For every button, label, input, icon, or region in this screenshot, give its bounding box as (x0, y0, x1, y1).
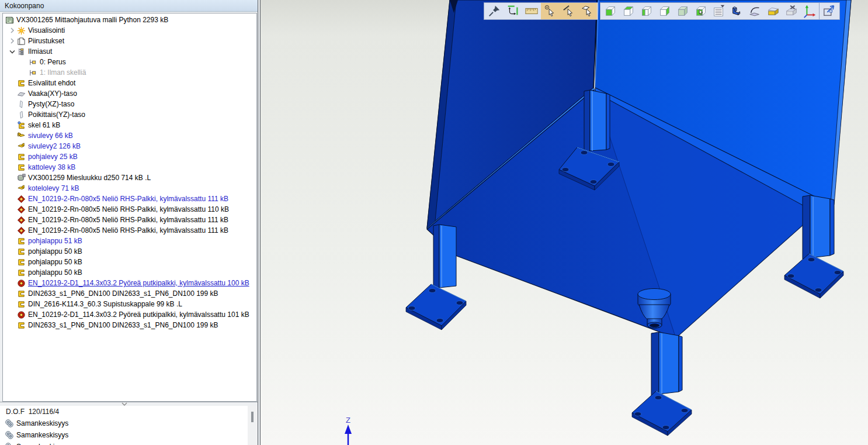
view-left-button[interactable] (637, 4, 655, 19)
tree-item[interactable]: kotelolevy 71 kB (3, 183, 256, 194)
arrow-spacer (8, 194, 17, 203)
arrow-spacer (8, 289, 17, 298)
tree-item[interactable]: skel 61 kB (3, 120, 256, 130)
tree-item[interactable]: sivulevy 66 kB (3, 130, 256, 141)
tree-item[interactable]: Pysty(XZ)-taso (3, 99, 256, 109)
snap-center-button[interactable] (541, 3, 560, 19)
tree-item[interactable]: DIN_2616-K114.3_60.3 Supistuskappale 99 … (3, 299, 256, 309)
constraint-item[interactable]: Samankeskisyys (0, 429, 258, 441)
tree-item[interactable]: EN_10219-2-Rn-080x5 Neliö RHS-Palkki, ky… (3, 194, 256, 204)
assembly-tree[interactable]: VX3001265 Mittaohjautuva malli Python 22… (2, 13, 257, 402)
state-icon (29, 68, 39, 77)
view-iso-button[interactable] (673, 4, 692, 19)
tree-item-label: DIN2633_s1_PN6_DN100 DIN2633_s1_PN6_DN10… (27, 289, 218, 298)
arrow-spacer (8, 99, 17, 109)
constraint-item[interactable]: Samankeskisyys (0, 441, 258, 445)
cond-icon (17, 79, 27, 88)
tree-item[interactable]: pohjalappu 50 kB (3, 257, 256, 267)
tree-item-label: EN_10219-2-Rn-080x5 Neliö RHS-Palkki, ky… (27, 195, 228, 203)
tree-item-label: DIN_2616-K114.3_60.3 Supistuskappale 99 … (27, 300, 182, 308)
tree-item-label: Poikittais(YZ)-taso (27, 111, 85, 119)
tree-item[interactable]: pohjalappu 51 kB (3, 236, 256, 246)
tree-item-label: EN_10219-2-D1_114.3x03.2 Pyöreä putkipal… (27, 279, 249, 287)
arrow-spacer (8, 152, 17, 161)
snap-plane-button[interactable] (578, 3, 597, 19)
arrow-spacer (8, 78, 17, 88)
3d-viewport[interactable]: Z (261, 0, 868, 445)
arrow-spacer (8, 278, 17, 288)
assembly-panel: Kokoonpano VX3001265 Mittaohjautuva mall… (0, 0, 258, 445)
beam-rd-icon (17, 311, 27, 319)
box-open-button[interactable] (764, 4, 782, 19)
beam-sq-icon (17, 205, 27, 214)
bend-l-icon (17, 132, 27, 140)
arrow-spacer (8, 320, 17, 330)
arrow-spacer (8, 142, 17, 151)
panel-border[interactable] (258, 0, 261, 445)
arrow-spacer (8, 299, 17, 309)
tree-item[interactable]: Piirustukset (3, 36, 256, 46)
tree-item[interactable]: Poikittais(YZ)-taso (3, 109, 256, 120)
profile-c-icon (17, 247, 27, 256)
constraints-scrollbar[interactable] (248, 406, 258, 445)
tree-item-label: 0: Perus (39, 58, 66, 66)
tree-item[interactable]: 0: Perus (3, 57, 256, 67)
sheet-part-button[interactable] (728, 4, 746, 19)
tree-item[interactable]: pohjalevy 25 kB (3, 151, 256, 162)
snap-line-button[interactable] (560, 3, 578, 19)
tree-item-label: EN_10219-2-Rn-080x5 Neliö RHS-Palkki, ky… (27, 216, 228, 224)
constraint-item[interactable]: Samankeskisyys (0, 418, 258, 429)
view-front-button[interactable] (601, 4, 619, 19)
tree-item[interactable]: Ilmiasut (3, 46, 256, 57)
fit-toolbar (819, 2, 840, 20)
bend-tool-button[interactable] (746, 4, 764, 19)
tree-item[interactable]: DIN2633_s1_PN6_DN100 DIN2633_s1_PN6_DN10… (3, 288, 256, 299)
tree-item-label: VX3001259 Miesluukku d250 714 kB .L (27, 174, 151, 182)
tree-item[interactable]: Visualisointi (3, 25, 256, 36)
dof-status: D.O.F 120/116/4 (0, 406, 258, 418)
profile-c-icon (17, 268, 27, 277)
tree-item[interactable]: VX3001265 Mittaohjautuva malli Python 22… (3, 15, 256, 25)
tree-item[interactable]: sivulevy2 126 kB (3, 141, 256, 151)
tree-item[interactable]: pohjalappu 50 kB (3, 246, 256, 257)
tree-item-label: pohjalappu 50 kB (27, 247, 82, 256)
tree-item[interactable]: Vaaka(XY)-taso (3, 88, 256, 99)
expand-arrow-icon[interactable] (8, 36, 17, 46)
zoom-fit-button[interactable] (820, 4, 839, 19)
tree-item[interactable]: 1: Ilman skelliä (3, 67, 256, 78)
dof-label: D.O.F (6, 408, 25, 416)
measure-button[interactable] (504, 4, 522, 19)
profile-c-icon (17, 163, 27, 172)
tree-item[interactable]: EN_10219-2-Rn-080x5 Neliö RHS-Palkki, ky… (3, 204, 256, 215)
tree-item[interactable]: EN_10219-2-Rn-080x5 Neliö RHS-Palkki, ky… (3, 215, 256, 225)
display-list-button[interactable] (710, 4, 728, 19)
snap-toolbar (484, 2, 598, 20)
collapse-arrow-icon[interactable] (8, 47, 17, 56)
beam-rd-icon (17, 279, 27, 288)
tree-item[interactable]: VX3001259 Miesluukku d250 714 kB .L (3, 173, 256, 183)
view-right-button[interactable] (655, 4, 673, 19)
scrollbar-thumb[interactable] (251, 412, 254, 422)
arrow-spacer (8, 163, 17, 172)
tree-item[interactable]: EN_10219-2-D1_114.3x03.2 Pyöreä putkipal… (3, 278, 256, 288)
coordinate-axes-button[interactable] (800, 4, 818, 19)
profile-c-icon (17, 321, 27, 330)
arrow-spacer (8, 215, 17, 225)
tree-item[interactable]: kattolevy 38 kB (3, 162, 256, 173)
view-top-button[interactable] (619, 4, 637, 19)
tree-item-label: pohjalappu 50 kB (27, 268, 82, 277)
tree-item[interactable]: EN_10219-2-Rn-080x5 Neliö RHS-Palkki, ky… (3, 225, 256, 236)
ruler-button[interactable] (522, 4, 541, 19)
pin-button[interactable] (485, 4, 504, 19)
arrow-spacer (8, 89, 17, 98)
states-icon (17, 47, 27, 56)
arrow-spacer (19, 57, 29, 67)
expand-arrow-icon[interactable] (8, 26, 17, 35)
tree-item[interactable]: pohjalappu 50 kB (3, 267, 256, 278)
concentric-icon (5, 430, 16, 440)
tree-item[interactable]: Esivalitut ehdot (3, 78, 256, 88)
view-select-button[interactable] (692, 4, 710, 19)
tree-item[interactable]: DIN2633_s1_PN6_DN100 DIN2633_s1_PN6_DN10… (3, 320, 256, 330)
tree-item[interactable]: EN_10219-2-D1_114.3x03.2 Pyöreä putkipal… (3, 309, 256, 320)
box-delete-button[interactable] (782, 4, 800, 19)
